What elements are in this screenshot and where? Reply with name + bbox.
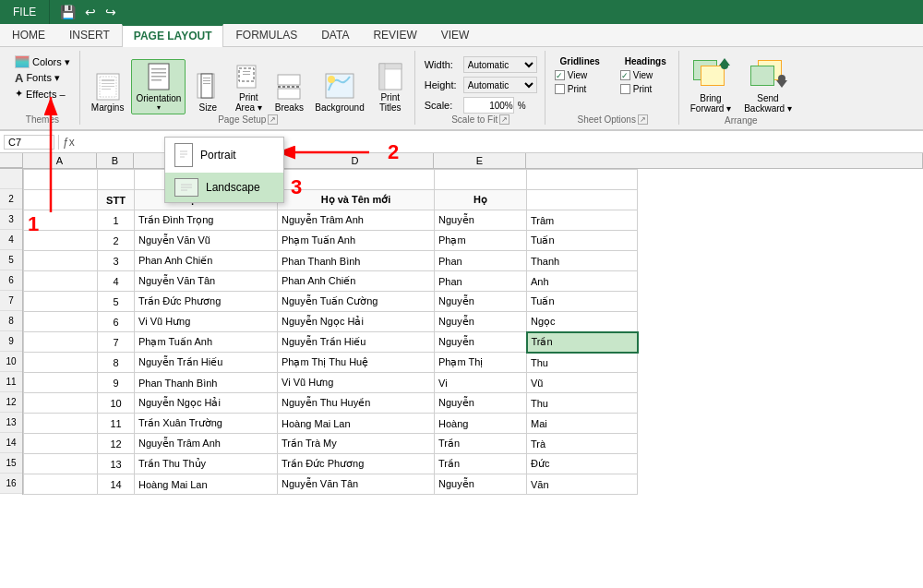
- scale-label: Scale:: [425, 100, 460, 111]
- scale-to-fit-group-label: Scale to Fit ↗: [451, 114, 509, 125]
- table-row: [24, 170, 638, 190]
- page-setup-buttons: Margins Orientation ▾: [88, 51, 409, 114]
- page-setup-group: Margins Orientation ▾: [82, 51, 415, 125]
- width-select[interactable]: Automatic: [463, 56, 537, 73]
- scale-to-fit-group: Width: Automatic Height: Automatic Scale…: [417, 51, 545, 125]
- headings-print-label: Print: [633, 84, 653, 94]
- gridlines-col-label: Gridlines: [555, 56, 605, 66]
- background-button[interactable]: Background: [311, 69, 367, 114]
- tab-review[interactable]: REVIEW: [361, 24, 428, 46]
- arrange-group: Bring Forward ▾ Send Backward ▾ Arrange: [681, 51, 801, 126]
- arrange-group-label: Arrange: [725, 115, 758, 126]
- bring-forward-button[interactable]: Bring Forward ▾: [687, 54, 735, 115]
- svg-rect-5: [102, 79, 114, 81]
- themes-group-label: Themes: [26, 114, 59, 125]
- headings-view-cb[interactable]: ✓: [620, 70, 630, 80]
- table-row: 11 Trần Xuân Trường Hoàng Mai Lan Hoàng …: [24, 414, 638, 434]
- table-row: 9 Phan Thanh Bình Vi Vũ Hưng Vi Vũ: [24, 373, 638, 393]
- tab-view[interactable]: VIEW: [429, 24, 482, 46]
- svg-rect-16: [203, 78, 210, 78]
- table-row: 2 Nguyễn Văn Vũ Phạm Tuấn Anh Phạm Tuấn: [24, 231, 638, 251]
- gridlines-view-cb[interactable]: ✓: [555, 70, 565, 80]
- headings-print-cb[interactable]: [620, 84, 630, 94]
- undo-icon[interactable]: ↩: [82, 5, 99, 19]
- send-backward-button[interactable]: Send Backward ▾: [740, 54, 796, 115]
- gridlines-print-cb[interactable]: [555, 84, 565, 94]
- themes-group-content: Colors ▾ A Fonts ▾ ✦ Effects –: [13, 51, 72, 114]
- table-row: 12 Nguyễn Trâm Anh Trần Trà My Trần Trà: [24, 434, 638, 454]
- orientation-button[interactable]: Orientation ▾: [131, 59, 186, 114]
- size-button[interactable]: Size: [189, 69, 226, 114]
- print-titles-button[interactable]: Print Titles: [372, 59, 409, 114]
- orientation-dropdown: Portrait Landscape: [164, 137, 284, 203]
- table-row: 3 Phan Anh Chiến Phan Thanh Bình Phan Th…: [24, 251, 638, 271]
- table-row: 10 Nguyễn Ngọc Hải Nguyễn Thu Huyền Nguy…: [24, 393, 638, 414]
- svg-rect-21: [243, 71, 250, 72]
- svg-rect-23: [278, 75, 300, 85]
- width-label: Width:: [425, 59, 460, 70]
- svg-rect-22: [243, 74, 250, 75]
- tab-page-layout[interactable]: PAGE LAYOUT: [122, 24, 224, 47]
- table-row: 5 Trần Đức Phương Nguyễn Tuấn Cường Nguy…: [24, 292, 638, 312]
- svg-rect-11: [151, 72, 166, 74]
- row-numbers: 2 3 4 5 6 7 8 9 10 11 12 13 14 15 16: [0, 169, 23, 495]
- margins-button[interactable]: Margins: [88, 69, 128, 114]
- col-header-f[interactable]: [526, 153, 923, 168]
- table-row: 6 Vi Vũ Hưng Nguyễn Ngọc Hải Nguyễn Ngọc: [24, 312, 638, 332]
- colors-button[interactable]: Colors ▾: [13, 54, 72, 69]
- gridlines-print-label: Print: [568, 84, 587, 94]
- scale-input[interactable]: [463, 97, 514, 114]
- portrait-option[interactable]: Portrait: [165, 138, 283, 173]
- svg-rect-25: [278, 89, 300, 99]
- redo-icon[interactable]: ↪: [102, 5, 119, 19]
- ribbon-tabs: HOME INSERT PAGE LAYOUT FORMULAS DATA RE…: [0, 24, 923, 47]
- tab-insert[interactable]: INSERT: [57, 24, 122, 46]
- svg-rect-6: [102, 83, 114, 84]
- svg-rect-10: [151, 68, 166, 70]
- ribbon-content: Colors ▾ A Fonts ▾ ✦ Effects – Themes: [0, 47, 923, 131]
- print-area-button[interactable]: Print Area ▾: [230, 59, 267, 114]
- effects-button[interactable]: ✦ Effects –: [13, 87, 72, 101]
- col-header-b[interactable]: B: [97, 153, 134, 168]
- table-row: 14 Hoàng Mai Lan Nguyễn Văn Tân Nguyễn V…: [24, 474, 638, 495]
- table-row: 4 Nguyễn Văn Tân Phan Anh Chiến Phan Anh: [24, 271, 638, 292]
- svg-rect-30: [379, 64, 385, 90]
- svg-rect-17: [203, 80, 210, 81]
- table-row: 7 Phạm Tuấn Anh Nguyễn Trần Hiếu Nguyễn …: [24, 332, 638, 353]
- save-icon[interactable]: 💾: [57, 5, 78, 19]
- data-table: STT Họ và Tên Họ và Tên mới Họ 1 Trần Đì…: [23, 169, 639, 495]
- tab-home[interactable]: HOME: [0, 24, 57, 46]
- page-setup-group-label: Page Setup ↗: [218, 114, 278, 125]
- svg-rect-15: [201, 74, 212, 98]
- breaks-button[interactable]: Breaks: [270, 69, 307, 114]
- fonts-button[interactable]: A Fonts ▾: [13, 70, 72, 86]
- sheet-options-group-label: Sheet Options ↗: [578, 114, 648, 125]
- themes-group: Colors ▾ A Fonts ▾ ✦ Effects – Themes: [6, 51, 80, 125]
- headings-view-label: View: [633, 70, 653, 80]
- table-row: 1 Trần Đình Trọng Nguyễn Trâm Anh Nguyễn…: [24, 210, 638, 231]
- cell-reference[interactable]: [4, 135, 54, 150]
- top-bar: FILE 💾 ↩ ↪: [0, 0, 923, 24]
- sheet-options-group: Gridlines ✓ View Print Headings: [547, 51, 679, 125]
- svg-rect-13: [151, 79, 162, 81]
- svg-rect-7: [102, 86, 114, 87]
- landscape-option[interactable]: Landscape: [165, 173, 283, 202]
- gridlines-view-label: View: [568, 70, 588, 80]
- svg-point-27: [328, 76, 335, 83]
- col-header-a[interactable]: A: [23, 153, 97, 168]
- qat: 💾 ↩ ↪: [50, 0, 923, 24]
- svg-rect-19: [237, 66, 256, 88]
- file-button[interactable]: FILE: [0, 0, 50, 24]
- svg-rect-8: [102, 89, 111, 90]
- portrait-label: Portrait: [200, 149, 236, 162]
- height-select[interactable]: Automatic: [463, 77, 537, 93]
- tab-formulas[interactable]: FORMULAS: [223, 24, 309, 46]
- function-icon[interactable]: ƒx: [63, 136, 75, 149]
- svg-rect-12: [151, 76, 166, 78]
- col-header-d[interactable]: D: [277, 153, 434, 168]
- formula-bar: ƒx: [0, 131, 923, 153]
- svg-rect-18: [203, 83, 210, 84]
- spreadsheet-area: A B C D E 2 3 4 5 6 7 8 9 10 11 12: [0, 153, 923, 495]
- tab-data[interactable]: DATA: [309, 24, 361, 46]
- col-header-e[interactable]: E: [434, 153, 526, 168]
